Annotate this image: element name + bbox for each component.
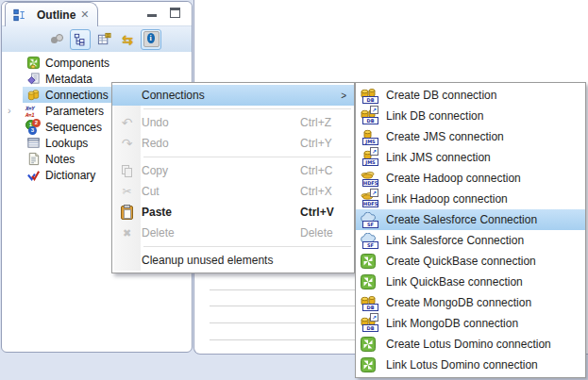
submenu-item-link-quickbase[interactable]: Link QuickBase connection — [356, 272, 585, 292]
submenu-item-create-jms[interactable]: JMS Create JMS connection — [356, 126, 585, 147]
expander-icon[interactable] — [8, 104, 11, 117]
submenu-item-link-lotus-domino[interactable]: Link Lotus Domino connection — [356, 355, 585, 375]
submenu-item-link-hadoop[interactable]: HDFS Link Hadoop connection — [356, 189, 585, 209]
submenu-item-link-mongodb[interactable]: DB Link MongoDB connection — [356, 313, 585, 334]
link-arrow-icon — [370, 106, 378, 114]
quickbase-connection-icon — [361, 253, 378, 270]
view-toolbar — [2, 25, 192, 52]
link-arrow-icon — [370, 313, 378, 322]
jms-link-connection-icon: JMS — [361, 149, 378, 166]
submenu-item-create-db[interactable]: DB Create DB connection — [356, 85, 585, 106]
menu-item-copy[interactable]: Copy Ctrl+C — [112, 160, 354, 181]
submenu-item-create-quickbase[interactable]: Create QuickBase connection — [356, 251, 585, 272]
parameters-icon: X=YA=1 — [25, 104, 41, 119]
db-connection-icon: DB — [361, 87, 378, 104]
connections-icon — [25, 88, 41, 103]
submenu-item-link-salesforce[interactable]: SF Link Salesforce Connection — [356, 230, 585, 251]
close-icon[interactable] — [80, 9, 89, 20]
outline-tree-icon — [12, 8, 27, 23]
tree-item-components[interactable]: Components — [2, 55, 192, 71]
menu-separator — [143, 157, 351, 157]
minimize-icon[interactable] — [144, 6, 160, 20]
tab-outline[interactable]: Outline — [5, 2, 98, 26]
view-menu-button[interactable] — [164, 29, 185, 50]
menu-separator — [143, 246, 351, 247]
menu-item-cut[interactable]: Cut Ctrl+X — [112, 181, 354, 202]
window-controls — [144, 6, 182, 20]
menu-item-redo[interactable]: Redo Ctrl+Y — [112, 133, 354, 154]
sequences-icon: 1 2 3 — [25, 120, 41, 135]
sync-swap-button[interactable] — [117, 29, 138, 50]
lotus-domino-link-connection-icon — [361, 356, 378, 373]
link-with-editor-icon — [50, 33, 63, 45]
components-icon — [25, 56, 41, 71]
link-arrow-icon — [370, 147, 378, 156]
dictionary-icon — [25, 168, 41, 183]
salesforce-link-connection-icon: SF — [361, 232, 378, 249]
info-toggle-button[interactable] — [141, 29, 161, 50]
submenu-item-create-mongodb[interactable]: DB Create MongoDB connection — [356, 292, 585, 313]
menu-item-paste[interactable]: Paste Ctrl+V — [112, 202, 354, 223]
link-arrow-icon — [370, 189, 378, 197]
jms-connection-icon: JMS — [361, 128, 378, 145]
mongodb-connection-icon: DB — [361, 294, 378, 311]
salesforce-connection-icon: SF — [361, 211, 378, 228]
quickbase-link-connection-icon — [361, 273, 378, 290]
copy-icon — [122, 165, 133, 177]
menu-item-connections[interactable]: Connections — [112, 85, 354, 106]
context-menu: Connections Undo Ctrl+Z Redo Ctrl+Y Copy… — [111, 82, 355, 273]
submenu-item-create-lotus-domino[interactable]: Create Lotus Domino connection — [356, 334, 585, 355]
submenu-arrow-icon — [297, 91, 349, 101]
metadata-icon — [25, 72, 41, 87]
swap-arrows-icon — [122, 33, 133, 46]
submenu-item-create-salesforce[interactable]: SF Create Salesforce Connection — [356, 209, 585, 230]
link-with-editor-button[interactable] — [46, 29, 67, 50]
tree-mode-button[interactable] — [70, 29, 91, 50]
menu-item-cleanup-unused-elements[interactable]: Cleanup unused elements — [112, 250, 354, 271]
submenu-item-link-db[interactable]: DB Link DB connection — [356, 106, 585, 126]
connections-submenu: DB Create DB connection DB Link DB conne… — [355, 82, 586, 378]
submenu-item-create-hadoop[interactable]: HDFS Create Hadoop connection — [356, 168, 585, 189]
tree-mode-icon — [74, 33, 87, 46]
table-mode-button[interactable] — [93, 29, 114, 50]
menu-item-undo[interactable]: Undo Ctrl+Z — [112, 112, 354, 133]
paste-icon — [121, 206, 133, 220]
maximize-icon[interactable] — [167, 6, 182, 20]
notes-icon — [25, 152, 41, 167]
mongodb-link-connection-icon: DB — [361, 315, 378, 332]
hadoop-connection-icon: HDFS — [361, 170, 378, 187]
workbench: Outline Comp — [0, 0, 588, 380]
db-link-connection-icon: DB — [361, 107, 378, 124]
table-mode-icon — [97, 32, 111, 46]
delete-icon — [123, 226, 131, 240]
lotus-domino-connection-icon — [361, 336, 378, 353]
hadoop-link-connection-icon: HDFS — [361, 190, 378, 207]
redo-icon — [122, 137, 133, 150]
tab-label: Outline — [37, 8, 76, 22]
cut-icon — [122, 185, 131, 198]
menu-separator — [143, 108, 351, 109]
lookups-icon — [25, 136, 41, 151]
menu-item-delete[interactable]: Delete Delete — [112, 223, 354, 243]
submenu-item-link-jms[interactable]: JMS Link JMS connection — [356, 147, 585, 168]
undo-icon — [122, 116, 133, 129]
tab-bar: Outline — [2, 2, 192, 25]
info-icon — [143, 31, 160, 47]
